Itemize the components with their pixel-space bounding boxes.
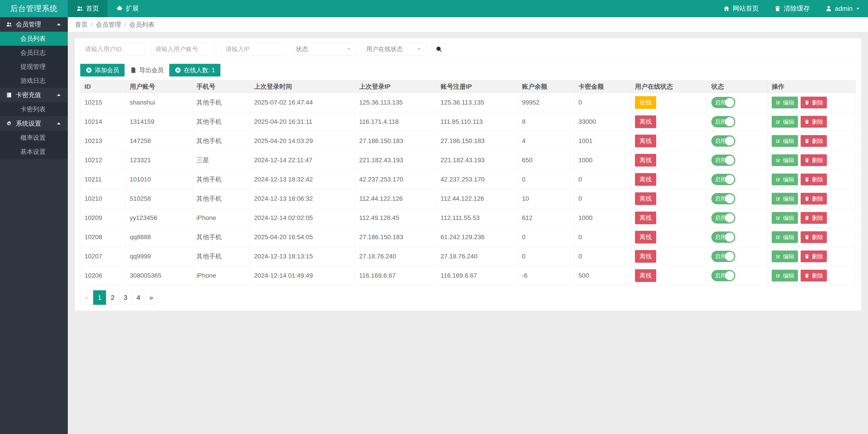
edit-button[interactable]: 编辑 [772, 116, 798, 127]
page-button[interactable]: 1 [93, 290, 106, 305]
delete-button[interactable]: 删除 [801, 174, 827, 185]
breadcrumb-member-management[interactable]: 会员管理 [96, 20, 121, 29]
delete-button[interactable]: 删除 [801, 193, 827, 205]
member-table: ID用户账号手机号上次登录时间上次登录IP账号注册IP账户余额卡密金额用户在线状… [80, 80, 856, 285]
next-page-button[interactable]: » [145, 290, 158, 305]
nav-tab-extensions[interactable]: 扩展 [107, 0, 147, 17]
online-state-select[interactable]: 用户在线状态 [362, 43, 426, 55]
online-count-button[interactable]: 在线人数: 1 [169, 64, 220, 77]
prev-page-button[interactable]: « [80, 290, 93, 305]
status-toggle[interactable]: 启用 [711, 154, 735, 166]
online-status-badge: 离线 [635, 154, 656, 167]
sidebar-group-members[interactable]: 会员管理 [0, 17, 68, 32]
member-row: 10206308005365iPhone2024-12-14 01:49:491… [81, 266, 856, 285]
member-row: 10212123321三星2024-12-14 22:11:47221.182.… [81, 151, 856, 170]
sidebar-group-card-recharge[interactable]: 卡密充值 [0, 88, 68, 102]
top-navbar: 后台管理系统 首页 扩展 网站首页 清除缓存 admin [0, 0, 868, 17]
page-button[interactable]: 3 [119, 290, 132, 305]
delete-button[interactable]: 删除 [801, 135, 827, 147]
search-button[interactable] [432, 43, 446, 55]
edit-button[interactable]: 编辑 [772, 135, 798, 147]
cell-status: 启用 [707, 208, 768, 228]
cell-card-amount: 0 [575, 93, 631, 112]
user-account-input[interactable] [151, 43, 215, 55]
site-home-link[interactable]: 网站首页 [715, 0, 767, 17]
status-toggle[interactable]: 启用 [711, 97, 735, 108]
edit-button[interactable]: 编辑 [772, 97, 798, 108]
add-member-button[interactable]: 添加会员 [80, 64, 125, 77]
delete-button[interactable]: 删除 [801, 270, 827, 282]
cell-status: 启用 [707, 247, 768, 266]
user-menu[interactable]: admin [817, 0, 868, 17]
status-toggle[interactable]: 启用 [711, 231, 735, 243]
status-select[interactable]: 状态 [291, 43, 356, 55]
status-toggle[interactable]: 启用 [711, 174, 735, 185]
cell-register-ip: 116.169.6.67 [436, 266, 518, 285]
trash-icon [804, 215, 810, 221]
sidebar-item-member-logs[interactable]: 会员日志 [0, 46, 68, 60]
clear-cache-button[interactable]: 清除缓存 [767, 0, 817, 17]
delete-button[interactable]: 删除 [801, 251, 827, 262]
edit-label: 编辑 [783, 233, 794, 241]
status-toggle[interactable]: 启用 [711, 212, 735, 224]
status-toggle-label: 启用 [715, 99, 726, 106]
status-toggle[interactable]: 启用 [711, 116, 735, 127]
toggle-knob [725, 117, 734, 126]
page-button[interactable]: 4 [132, 290, 145, 305]
column-header: 状态 [707, 80, 768, 93]
cell-account: qq9999 [126, 247, 192, 266]
delete-button[interactable]: 删除 [801, 212, 827, 224]
sidebar-item-game-logs[interactable]: 游戏日志 [0, 74, 68, 88]
edit-button[interactable]: 编辑 [772, 231, 798, 243]
edit-button[interactable]: 编辑 [772, 270, 798, 282]
edit-button[interactable]: 编辑 [772, 174, 798, 185]
delete-button[interactable]: 删除 [801, 231, 827, 243]
cell-id: 10207 [81, 247, 126, 266]
user-id-input[interactable] [80, 43, 145, 55]
ip-input[interactable] [221, 43, 286, 55]
cell-account: 308005365 [126, 266, 192, 285]
cell-last-login-time: 2024-12-13 18:06:32 [250, 189, 355, 208]
cell-actions: 编辑删除 [768, 170, 856, 189]
delete-button[interactable]: 删除 [801, 154, 827, 166]
status-toggle[interactable]: 启用 [711, 270, 735, 281]
clear-cache-label: 清除缓存 [784, 4, 810, 13]
status-toggle[interactable]: 启用 [711, 135, 735, 147]
edit-button[interactable]: 编辑 [772, 212, 798, 224]
cell-card-amount: 1001 [575, 132, 631, 151]
nav-tab-home[interactable]: 首页 [68, 0, 107, 17]
sidebar-item-member-list[interactable]: 会员列表 [0, 32, 68, 46]
breadcrumb-home[interactable]: 首页 [75, 20, 88, 29]
delete-button[interactable]: 删除 [801, 97, 827, 108]
sidebar-group-system-settings[interactable]: 系统设置 [0, 116, 68, 131]
edit-label: 编辑 [783, 214, 794, 222]
member-row: 10207qq9999其他手机2024-12-13 18:13:1527.18.… [81, 247, 856, 266]
cell-actions: 编辑删除 [768, 266, 856, 285]
sidebar-item-card-list[interactable]: 卡密列表 [0, 102, 68, 116]
users-icon [76, 5, 83, 12]
delete-button[interactable]: 删除 [801, 116, 827, 127]
edit-button[interactable]: 编辑 [772, 193, 798, 205]
cell-online-state: 离线 [631, 247, 707, 266]
cell-phone: iPhone [192, 208, 250, 228]
cell-actions: 编辑删除 [768, 247, 856, 266]
sidebar-item-probability-settings[interactable]: 概率设置 [0, 131, 68, 145]
cell-last-login-ip: 27.186.150.183 [355, 132, 436, 151]
trash-icon [804, 254, 810, 259]
cell-account: 147258 [126, 132, 192, 151]
status-toggle[interactable]: 启用 [711, 251, 735, 262]
toolbar: 添加会员 导出会员 在线人数: 1 [80, 64, 856, 77]
cell-balance: 8 [518, 112, 575, 132]
sidebar-item-withdrawals[interactable]: 提现管理 [0, 60, 68, 74]
edit-button[interactable]: 编辑 [772, 251, 798, 262]
cell-register-ip: 112.111.55.53 [436, 208, 518, 228]
sidebar-item-basic-settings[interactable]: 基本设置 [0, 145, 68, 159]
pagination: «1234» [80, 290, 856, 305]
edit-button[interactable]: 编辑 [772, 154, 798, 166]
status-toggle-label: 启用 [715, 195, 726, 202]
online-count-label: 在线人数: 1 [184, 66, 215, 74]
status-toggle[interactable]: 启用 [711, 193, 735, 204]
cell-actions: 编辑删除 [768, 132, 856, 151]
page-button[interactable]: 2 [106, 290, 119, 305]
export-members-button[interactable]: 导出会员 [125, 64, 169, 77]
